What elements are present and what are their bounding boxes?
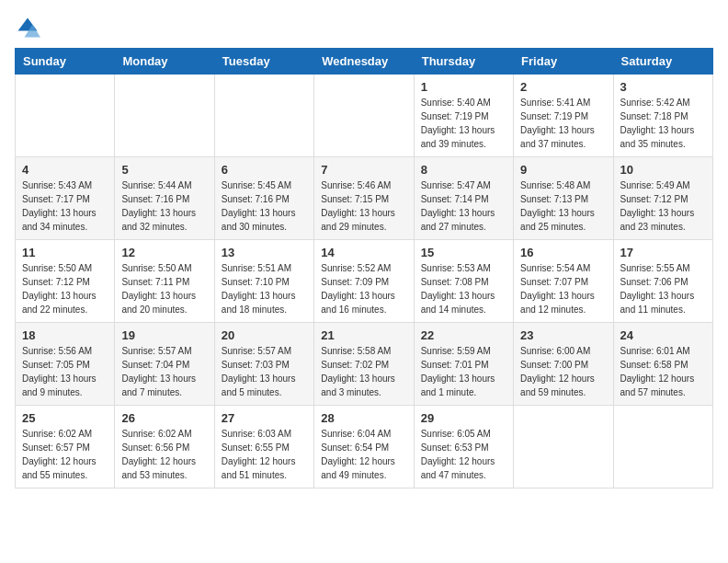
calendar-cell: 17Sunrise: 5:55 AM Sunset: 7:06 PM Dayli… — [613, 240, 712, 323]
day-number: 15 — [421, 246, 506, 259]
day-number: 2 — [520, 80, 606, 94]
day-info: Sunrise: 6:02 AM Sunset: 6:57 PM Dayligh… — [22, 427, 108, 482]
day-number: 7 — [321, 163, 406, 177]
day-info: Sunrise: 5:59 AM Sunset: 7:01 PM Dayligh… — [421, 344, 506, 399]
calendar-cell: 10Sunrise: 5:49 AM Sunset: 7:12 PM Dayli… — [613, 157, 712, 240]
calendar-header-row: SundayMondayTuesdayWednesdayThursdayFrid… — [16, 49, 713, 75]
day-info: Sunrise: 5:58 AM Sunset: 7:02 PM Dayligh… — [321, 344, 406, 399]
calendar-cell: 19Sunrise: 5:57 AM Sunset: 7:04 PM Dayli… — [115, 323, 214, 406]
calendar-cell — [613, 406, 712, 488]
calendar-cell: 13Sunrise: 5:51 AM Sunset: 7:10 PM Dayli… — [214, 240, 313, 323]
page-header — [15, 15, 713, 40]
day-number: 6 — [222, 163, 307, 177]
day-number: 29 — [421, 411, 506, 425]
day-info: Sunrise: 5:50 AM Sunset: 7:12 PM Dayligh… — [22, 261, 108, 316]
day-number: 19 — [121, 328, 207, 342]
day-number: 1 — [421, 80, 506, 94]
calendar-cell — [314, 75, 414, 157]
calendar-cell: 21Sunrise: 5:58 AM Sunset: 7:02 PM Dayli… — [314, 323, 414, 406]
day-info: Sunrise: 5:52 AM Sunset: 7:09 PM Dayligh… — [321, 261, 406, 316]
day-number: 16 — [520, 246, 606, 259]
calendar-cell: 1Sunrise: 5:40 AM Sunset: 7:19 PM Daylig… — [414, 75, 513, 157]
day-number: 14 — [321, 246, 406, 259]
calendar-week-row: 11Sunrise: 5:50 AM Sunset: 7:12 PM Dayli… — [16, 240, 713, 323]
day-info: Sunrise: 5:56 AM Sunset: 7:05 PM Dayligh… — [22, 344, 108, 399]
calendar-cell: 11Sunrise: 5:50 AM Sunset: 7:12 PM Dayli… — [16, 240, 115, 323]
calendar-cell: 27Sunrise: 6:03 AM Sunset: 6:55 PM Dayli… — [214, 406, 313, 488]
weekday-header-sunday: Sunday — [16, 49, 115, 75]
day-number: 26 — [121, 411, 207, 425]
day-number: 24 — [620, 328, 706, 342]
calendar-cell: 3Sunrise: 5:42 AM Sunset: 7:18 PM Daylig… — [613, 75, 712, 157]
calendar-cell — [115, 75, 214, 157]
day-number: 9 — [520, 163, 606, 177]
day-info: Sunrise: 5:45 AM Sunset: 7:16 PM Dayligh… — [222, 178, 307, 234]
calendar-cell — [514, 406, 613, 488]
day-number: 17 — [620, 246, 706, 259]
day-info: Sunrise: 6:04 AM Sunset: 6:54 PM Dayligh… — [321, 427, 406, 482]
calendar-cell: 22Sunrise: 5:59 AM Sunset: 7:01 PM Dayli… — [414, 323, 513, 406]
calendar-cell: 4Sunrise: 5:43 AM Sunset: 7:17 PM Daylig… — [16, 157, 115, 240]
day-info: Sunrise: 5:57 AM Sunset: 7:03 PM Dayligh… — [222, 344, 307, 399]
calendar-cell: 18Sunrise: 5:56 AM Sunset: 7:05 PM Dayli… — [16, 323, 115, 406]
day-info: Sunrise: 6:05 AM Sunset: 6:53 PM Dayligh… — [421, 427, 506, 482]
day-number: 18 — [22, 328, 108, 342]
day-info: Sunrise: 5:48 AM Sunset: 7:13 PM Dayligh… — [520, 178, 606, 234]
logo-icon — [15, 15, 40, 40]
day-info: Sunrise: 5:43 AM Sunset: 7:17 PM Dayligh… — [22, 178, 108, 234]
day-number: 11 — [22, 246, 108, 259]
day-number: 10 — [620, 163, 706, 177]
day-info: Sunrise: 5:49 AM Sunset: 7:12 PM Dayligh… — [620, 178, 706, 234]
calendar-cell: 29Sunrise: 6:05 AM Sunset: 6:53 PM Dayli… — [414, 406, 513, 488]
day-number: 25 — [22, 411, 108, 425]
calendar-cell: 24Sunrise: 6:01 AM Sunset: 6:58 PM Dayli… — [613, 323, 712, 406]
day-number: 13 — [222, 246, 307, 259]
day-number: 23 — [520, 328, 606, 342]
day-info: Sunrise: 5:51 AM Sunset: 7:10 PM Dayligh… — [222, 261, 307, 316]
calendar-cell: 14Sunrise: 5:52 AM Sunset: 7:09 PM Dayli… — [314, 240, 414, 323]
calendar-cell: 8Sunrise: 5:47 AM Sunset: 7:14 PM Daylig… — [414, 157, 513, 240]
day-info: Sunrise: 5:44 AM Sunset: 7:16 PM Dayligh… — [121, 178, 207, 234]
day-info: Sunrise: 5:42 AM Sunset: 7:18 PM Dayligh… — [620, 96, 706, 151]
day-number: 4 — [22, 163, 108, 177]
calendar-cell: 7Sunrise: 5:46 AM Sunset: 7:15 PM Daylig… — [314, 157, 414, 240]
day-number: 8 — [421, 163, 506, 177]
day-info: Sunrise: 5:55 AM Sunset: 7:06 PM Dayligh… — [620, 261, 706, 316]
day-info: Sunrise: 5:53 AM Sunset: 7:08 PM Dayligh… — [421, 261, 506, 316]
day-info: Sunrise: 6:03 AM Sunset: 6:55 PM Dayligh… — [222, 427, 307, 482]
calendar-cell — [214, 75, 313, 157]
calendar-cell: 25Sunrise: 6:02 AM Sunset: 6:57 PM Dayli… — [16, 406, 115, 488]
logo — [15, 15, 44, 40]
calendar-table: SundayMondayTuesdayWednesdayThursdayFrid… — [15, 48, 713, 488]
weekday-header-tuesday: Tuesday — [214, 49, 313, 75]
day-number: 5 — [121, 163, 207, 177]
calendar-week-row: 25Sunrise: 6:02 AM Sunset: 6:57 PM Dayli… — [16, 406, 713, 488]
calendar-cell: 28Sunrise: 6:04 AM Sunset: 6:54 PM Dayli… — [314, 406, 414, 488]
day-info: Sunrise: 5:50 AM Sunset: 7:11 PM Dayligh… — [121, 261, 207, 316]
day-info: Sunrise: 5:40 AM Sunset: 7:19 PM Dayligh… — [421, 96, 506, 151]
day-info: Sunrise: 6:00 AM Sunset: 7:00 PM Dayligh… — [520, 344, 606, 399]
day-info: Sunrise: 6:02 AM Sunset: 6:56 PM Dayligh… — [121, 427, 207, 482]
calendar-cell — [16, 75, 115, 157]
day-number: 20 — [222, 328, 307, 342]
day-number: 3 — [620, 80, 706, 94]
day-number: 21 — [321, 328, 406, 342]
day-info: Sunrise: 6:01 AM Sunset: 6:58 PM Dayligh… — [620, 344, 706, 399]
day-info: Sunrise: 5:41 AM Sunset: 7:19 PM Dayligh… — [520, 96, 606, 151]
weekday-header-saturday: Saturday — [613, 49, 712, 75]
day-info: Sunrise: 5:57 AM Sunset: 7:04 PM Dayligh… — [121, 344, 207, 399]
day-number: 27 — [222, 411, 307, 425]
calendar-week-row: 4Sunrise: 5:43 AM Sunset: 7:17 PM Daylig… — [16, 157, 713, 240]
day-number: 22 — [421, 328, 506, 342]
calendar-week-row: 1Sunrise: 5:40 AM Sunset: 7:19 PM Daylig… — [16, 75, 713, 157]
calendar-cell: 26Sunrise: 6:02 AM Sunset: 6:56 PM Dayli… — [115, 406, 214, 488]
weekday-header-friday: Friday — [514, 49, 613, 75]
calendar-week-row: 18Sunrise: 5:56 AM Sunset: 7:05 PM Dayli… — [16, 323, 713, 406]
calendar-cell: 12Sunrise: 5:50 AM Sunset: 7:11 PM Dayli… — [115, 240, 214, 323]
weekday-header-monday: Monday — [115, 49, 214, 75]
calendar-cell: 23Sunrise: 6:00 AM Sunset: 7:00 PM Dayli… — [514, 323, 613, 406]
calendar-cell: 2Sunrise: 5:41 AM Sunset: 7:19 PM Daylig… — [514, 75, 613, 157]
calendar-cell: 6Sunrise: 5:45 AM Sunset: 7:16 PM Daylig… — [214, 157, 313, 240]
day-info: Sunrise: 5:46 AM Sunset: 7:15 PM Dayligh… — [321, 178, 406, 234]
calendar-cell: 20Sunrise: 5:57 AM Sunset: 7:03 PM Dayli… — [214, 323, 313, 406]
